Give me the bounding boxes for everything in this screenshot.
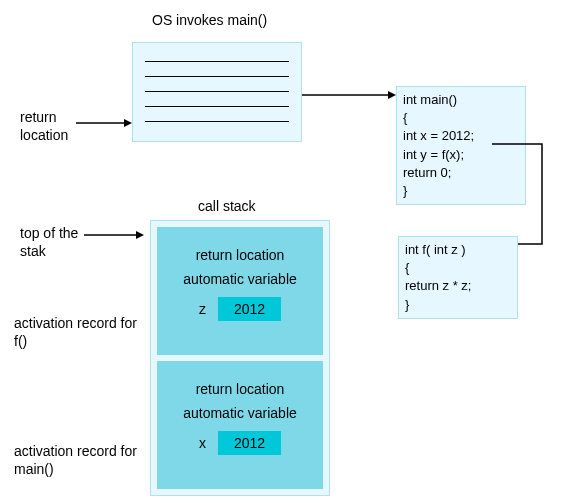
var-value: 2012 [218,431,281,455]
var-name: x [199,435,206,451]
stack-record-f: return location automatic variable z 201… [157,227,323,355]
code-f: int f( int z ) { return z * z; } [398,236,518,319]
svg-marker-3 [388,91,396,99]
record-return-loc: return location [157,247,323,263]
title: OS invokes main() [152,12,267,28]
stack-record-main: return location automatic variable x 201… [157,361,323,489]
main-sig: int main() [403,91,519,109]
record-auto-var: automatic variable [157,405,323,421]
return-location-arrow [76,118,132,128]
activation-f-label: activation record for f() [14,314,144,350]
return-location-label: return location [20,108,80,144]
f-open: { [405,259,511,277]
call-stack-label: call stack [198,198,256,214]
record-return-loc: return location [157,381,323,397]
top-of-stack-label: top of the stak [20,224,90,260]
os-main-box [132,42,302,142]
f-l1: return z * z; [405,277,511,295]
main-open: { [403,109,519,127]
record-auto-var: automatic variable [157,271,323,287]
var-name: z [199,301,206,317]
svg-marker-1 [124,119,132,127]
call-stack: return location automatic variable z 201… [150,220,330,496]
var-value: 2012 [218,297,281,321]
activation-main-label: activation record for main() [14,442,144,478]
f-sig: int f( int z ) [405,241,511,259]
top-of-stack-arrow [84,230,144,240]
main-to-code-arrow [302,90,396,100]
f-close: } [405,296,511,314]
svg-marker-6 [136,231,144,239]
